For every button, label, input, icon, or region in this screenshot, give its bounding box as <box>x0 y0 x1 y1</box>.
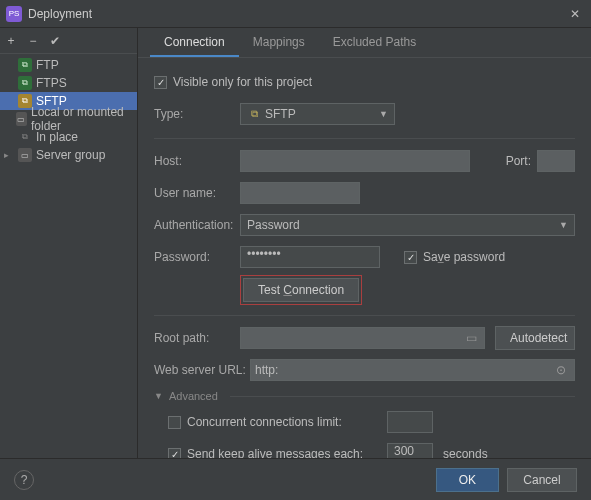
title-bar: PS Deployment ✕ <box>0 0 591 28</box>
server-icon: ⧉ <box>18 58 32 72</box>
chevron-down-icon: ▼ <box>559 220 568 230</box>
port-label: Port: <box>506 154 531 168</box>
folder-icon: ▭ <box>18 148 32 162</box>
test-connection-button[interactable]: Test Connection <box>243 278 359 302</box>
divider <box>154 138 575 139</box>
chevron-down-icon: ▼ <box>154 391 163 401</box>
test-connection-highlight: Test Connection <box>240 275 362 305</box>
app-icon: PS <box>6 6 22 22</box>
close-icon[interactable]: ✕ <box>565 4 585 24</box>
keepalive-input[interactable]: 300 <box>387 443 433 458</box>
sidebar-toolbar: + − ✔ <box>0 28 137 54</box>
tree-item-ftp[interactable]: ⧉ FTP <box>0 56 137 74</box>
keepalive-label: Send keep alive messages each: <box>187 447 387 458</box>
password-label: Password: <box>154 250 240 264</box>
sftp-icon: ⧉ <box>247 107 261 121</box>
tab-excluded[interactable]: Excluded Paths <box>319 29 430 57</box>
ok-button[interactable]: OK <box>436 468 499 492</box>
tree-label: Server group <box>36 148 105 162</box>
host-input[interactable] <box>240 150 470 172</box>
concurrent-checkbox[interactable] <box>168 416 181 429</box>
tab-mappings[interactable]: Mappings <box>239 29 319 57</box>
web-url-value: http: <box>255 363 278 377</box>
host-label: Host: <box>154 154 240 168</box>
server-icon: ⧉ <box>18 76 32 90</box>
visible-only-checkbox[interactable]: ✓ <box>154 76 167 89</box>
content-area: Connection Mappings Excluded Paths ✓ Vis… <box>138 28 591 458</box>
save-password-checkbox[interactable]: ✓ <box>404 251 417 264</box>
server-icon: ⧉ <box>18 130 32 144</box>
tree-label: Local or mounted folder <box>31 105 131 133</box>
save-password-label: Save password <box>423 250 505 264</box>
auth-value: Password <box>247 218 300 232</box>
concurrent-input[interactable] <box>387 411 433 433</box>
tree-item-ftps[interactable]: ⧉ FTPS <box>0 74 137 92</box>
advanced-label: Advanced <box>169 390 218 402</box>
chevron-right-icon: ▸ <box>4 150 14 160</box>
root-path-label: Root path: <box>154 331 240 345</box>
cancel-button[interactable]: Cancel <box>507 468 577 492</box>
keepalive-checkbox[interactable]: ✓ <box>168 448 181 459</box>
remove-button[interactable]: − <box>26 34 40 48</box>
password-input[interactable]: •••••••• <box>240 246 380 268</box>
web-url-input[interactable]: http: ⊙ <box>250 359 575 381</box>
server-tree: ⧉ FTP ⧉ FTPS ⧉ SFTP ▭ Local or mounted f… <box>0 54 137 458</box>
tree-label: FTPS <box>36 76 67 90</box>
window-title: Deployment <box>28 7 92 21</box>
tree-item-local[interactable]: ▭ Local or mounted folder <box>0 110 137 128</box>
concurrent-label: Concurrent connections limit: <box>187 415 387 429</box>
divider <box>154 315 575 316</box>
dialog-footer: ? OK Cancel <box>0 458 591 500</box>
connection-form: ✓ Visible only for this project Type: ⧉ … <box>138 58 591 458</box>
tree-label: FTP <box>36 58 59 72</box>
auth-label: Authentication: <box>154 218 240 232</box>
tab-connection[interactable]: Connection <box>150 29 239 57</box>
username-label: User name: <box>154 186 240 200</box>
help-button[interactable]: ? <box>14 470 34 490</box>
type-select[interactable]: ⧉ SFTP ▼ <box>240 103 395 125</box>
server-icon: ⧉ <box>18 94 32 108</box>
port-input[interactable] <box>537 150 575 172</box>
type-label: Type: <box>154 107 240 121</box>
web-url-label: Web server URL: <box>154 363 250 377</box>
type-value: SFTP <box>265 107 296 121</box>
visible-only-label: Visible only for this project <box>173 75 312 89</box>
add-button[interactable]: + <box>4 34 18 48</box>
tabs: Connection Mappings Excluded Paths <box>138 28 591 58</box>
seconds-label: seconds <box>443 447 488 458</box>
root-path-input[interactable]: ▭ <box>240 327 485 349</box>
username-input[interactable] <box>240 182 360 204</box>
advanced-section[interactable]: ▼ Advanced <box>154 390 575 402</box>
sidebar: + − ✔ ⧉ FTP ⧉ FTPS ⧉ SFTP ▭ L <box>0 28 138 458</box>
folder-icon: ▭ <box>16 112 27 126</box>
open-browser-icon[interactable]: ⊙ <box>552 363 570 377</box>
auth-select[interactable]: Password ▼ <box>240 214 575 236</box>
tree-label: In place <box>36 130 78 144</box>
tree-item-group[interactable]: ▸ ▭ Server group <box>0 146 137 164</box>
autodetect-button[interactable]: Autodetect <box>495 326 575 350</box>
apply-button[interactable]: ✔ <box>48 34 62 48</box>
browse-icon[interactable]: ▭ <box>462 331 480 345</box>
chevron-down-icon: ▼ <box>379 109 388 119</box>
